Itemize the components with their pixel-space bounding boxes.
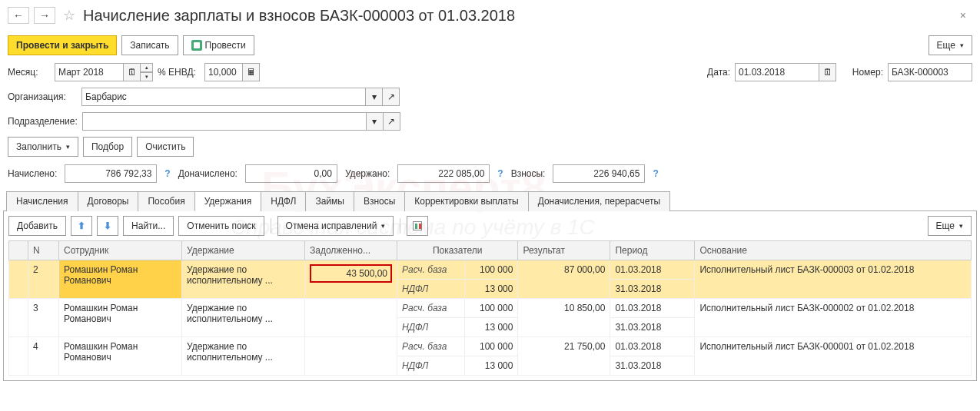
move-up-button[interactable]: ⬆ — [71, 216, 92, 236]
col-number[interactable]: N — [28, 241, 59, 260]
table-row[interactable]: 3 Ромашкин Роман Романович Удержание по … — [9, 299, 972, 318]
more-label: Еще — [937, 40, 955, 51]
tab-payment-corrections[interactable]: Корректировки выплаты — [404, 191, 528, 211]
org-input[interactable]: Барбарис — [81, 88, 366, 106]
help-icon[interactable]: ? — [653, 168, 658, 179]
nav-forward-button[interactable]: → — [34, 7, 55, 24]
additional-value-box: 0,00 — [245, 164, 337, 183]
post-label: Провести — [205, 40, 246, 51]
tab-contributions[interactable]: Взносы — [354, 191, 405, 211]
cell-number: 2 — [28, 260, 59, 299]
cell-result: 21 750,00 — [518, 337, 610, 376]
cell-ind-ndfl-value: 13 000 — [464, 280, 517, 299]
cell-debt — [305, 337, 397, 376]
more-button[interactable]: Еще▾ — [929, 35, 972, 55]
arrow-down-icon: ⬇ — [104, 220, 111, 231]
col-indicators[interactable]: Показатели — [397, 241, 518, 260]
table-header-row: N Сотрудник Удержание Задолженно... Пока… — [9, 241, 972, 260]
write-button[interactable]: Записать — [121, 35, 178, 55]
calendar-icon[interactable]: 🗓 — [124, 63, 141, 81]
post-icon — [191, 40, 202, 51]
favorite-star-icon[interactable]: ☆ — [63, 7, 75, 24]
col-deduction[interactable]: Удержание — [182, 241, 305, 260]
calc-icon[interactable]: 🖩 — [243, 63, 260, 81]
cell-deduction: Удержание по исполнительному ... — [182, 299, 305, 337]
post-and-close-button[interactable]: Провести и закрыть — [8, 35, 117, 55]
cell-ind-ndfl-label: НДФЛ — [397, 318, 465, 337]
div-dropdown-icon[interactable]: ▾ — [367, 112, 384, 131]
post-button[interactable]: Провести — [183, 35, 254, 55]
select-label: Подбор — [91, 141, 124, 152]
cell-basis: Исполнительный лист БАЗК-000002 от 01.02… — [695, 299, 972, 337]
add-label: Добавить — [17, 220, 58, 231]
col-basis[interactable]: Основание — [695, 241, 972, 260]
clear-button[interactable]: Очистить — [137, 137, 194, 157]
tab-contracts[interactable]: Договоры — [78, 191, 139, 211]
page-title: Начисление зарплаты и взносов БАЗК-00000… — [83, 7, 515, 25]
number-input[interactable]: БАЗК-000003 — [888, 63, 972, 81]
month-input[interactable]: Март 2018 — [55, 63, 124, 81]
cell-number: 4 — [28, 337, 59, 376]
move-down-button[interactable]: ⬇ — [97, 216, 118, 236]
cell-debt: 43 500,00 — [305, 260, 397, 299]
month-label: Месяц: — [8, 67, 50, 78]
cell-period-to: 31.03.2018 — [610, 280, 695, 299]
cell-ind-ndfl-value: 13 000 — [464, 356, 517, 376]
nav-back-button[interactable]: ← — [8, 7, 29, 24]
help-icon[interactable]: ? — [164, 168, 170, 179]
cell-ind-ndfl-value: 13 000 — [464, 318, 517, 337]
cancel-search-button[interactable]: Отменить поиск — [178, 216, 264, 236]
add-button[interactable]: Добавить — [8, 216, 66, 236]
tab-ndfl[interactable]: НДФЛ — [261, 191, 306, 211]
month-down-icon[interactable]: ▾ — [141, 72, 153, 81]
deductions-table[interactable]: N Сотрудник Удержание Задолженно... Пока… — [8, 240, 972, 376]
panel-more-button[interactable]: Еще▾ — [928, 216, 972, 236]
tab-deductions[interactable]: Удержания — [194, 191, 262, 211]
withheld-value: 222 085,00 — [438, 168, 484, 179]
col-employee[interactable]: Сотрудник — [59, 241, 182, 260]
grid-icon — [413, 221, 422, 230]
chevron-down-icon: ▾ — [959, 222, 963, 230]
month-value: Март 2018 — [58, 67, 104, 78]
col-result[interactable]: Результат — [518, 241, 610, 260]
tab-loans[interactable]: Займы — [305, 191, 354, 211]
table-row[interactable]: 4 Ромашкин Роман Романович Удержание по … — [9, 337, 972, 356]
post-and-close-label: Провести и закрыть — [16, 40, 108, 51]
tab-label: Пособия — [148, 196, 184, 207]
tab-benefits[interactable]: Пособия — [138, 191, 194, 211]
month-up-icon[interactable]: ▴ — [141, 63, 153, 72]
tab-label: Корректировки выплаты — [414, 196, 518, 207]
select-button[interactable]: Подбор — [83, 137, 132, 157]
close-icon[interactable]: × — [954, 6, 972, 25]
envd-input[interactable]: 10,000 — [204, 63, 243, 81]
tab-label: Удержания — [204, 196, 252, 207]
div-input[interactable] — [82, 112, 367, 131]
table-row[interactable]: 2 Ромашкин Роман Романович Удержание по … — [9, 260, 972, 280]
cell-basis: Исполнительный лист БАЗК-000001 от 01.02… — [695, 337, 972, 376]
envd-value: 10,000 — [208, 67, 237, 78]
date-input[interactable]: 01.03.2018 — [735, 63, 819, 81]
fill-button[interactable]: Заполнить▾ — [8, 137, 78, 157]
tab-label: НДФЛ — [271, 196, 296, 207]
highlighted-debt-value: 43 500,00 — [310, 264, 392, 283]
help-icon[interactable]: ? — [497, 168, 503, 179]
withheld-value-box: 222 085,00 — [397, 164, 490, 183]
cell-result: 87 000,00 — [518, 260, 610, 299]
find-button[interactable]: Найти... — [123, 216, 174, 236]
org-open-icon[interactable]: ↗ — [383, 88, 400, 106]
col-debt[interactable]: Задолженно... — [305, 241, 397, 260]
col-period[interactable]: Период — [610, 241, 695, 260]
div-open-icon[interactable]: ↗ — [384, 112, 400, 131]
grid-settings-button[interactable] — [407, 216, 428, 236]
cell-basis: Исполнительный лист БАЗК-000003 от 01.02… — [695, 260, 972, 299]
date-calendar-icon[interactable]: 🗓 — [819, 63, 836, 81]
cell-ind-ndfl-label: НДФЛ — [397, 280, 465, 299]
accrued-value: 786 792,33 — [105, 168, 151, 179]
org-dropdown-icon[interactable]: ▾ — [366, 88, 383, 106]
withheld-label: Удержано: — [345, 168, 390, 179]
cancel-corrections-button[interactable]: Отмена исправлений▾ — [277, 216, 394, 236]
cell-ind-ndfl-label: НДФЛ — [397, 356, 465, 376]
tab-recalculations[interactable]: Доначисления, перерасчеты — [528, 191, 670, 211]
clear-label: Очистить — [145, 141, 185, 152]
tab-accruals[interactable]: Начисления — [6, 191, 78, 211]
